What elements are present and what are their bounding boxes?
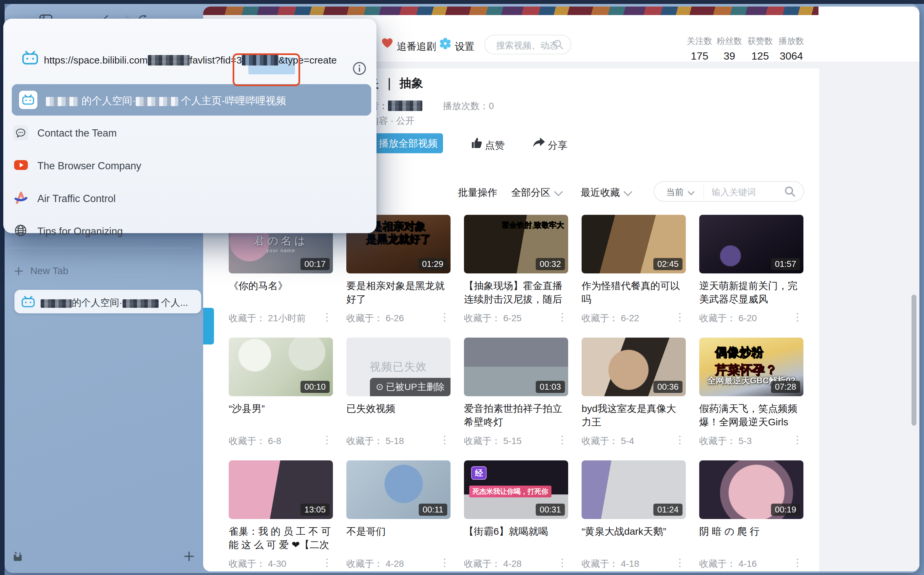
video-title[interactable]: 要是相亲对象是黑龙就好了 [346, 279, 451, 306]
nav-bangumi-link[interactable]: 追番追剧 [397, 40, 436, 53]
video-menu-icon[interactable]: ⋮ [792, 556, 803, 569]
active-tab[interactable]: 的个人空间· 个人... [14, 290, 201, 313]
video-menu-icon[interactable]: ⋮ [792, 311, 803, 323]
nav-settings-link[interactable]: 设置 [455, 40, 475, 53]
video-duration-badge: 01:24 [653, 504, 682, 516]
video-card[interactable]: 00:11 不是哥们 收藏于： 4-28 ⋮ [346, 461, 451, 572]
video-saved-date: 收藏于： 6-26 [346, 312, 404, 324]
video-saved-date: 收藏于： 4-28 [464, 558, 522, 570]
video-title[interactable]: 不是哥们 [346, 524, 451, 538]
info-icon[interactable] [352, 62, 366, 75]
video-thumbnail[interactable]: 00:19 [699, 461, 803, 519]
sort-dropdown[interactable]: 最近收藏 [581, 186, 630, 199]
video-saved-date: 收藏于： 6-20 [699, 312, 757, 324]
video-menu-icon[interactable]: ⋮ [557, 434, 567, 446]
page-scrollbar[interactable] [911, 295, 916, 426]
video-menu-icon[interactable]: ⋮ [322, 434, 332, 446]
video-card[interactable]: 偶像炒粉芹菜怀孕？全网最逆天GBC解析0207:28 假药满天飞，笑点频频爆！全… [699, 338, 803, 451]
video-card[interactable]: 02:45 作为怪猎代餐真的可以吗 收藏于： 6-22 ⋮ [581, 215, 686, 329]
video-title[interactable]: 假药满天飞，笑点频频爆！全网最逆天Girls Band Cry解析 [699, 402, 803, 429]
like-button[interactable]: 点赞 [485, 139, 505, 152]
video-title[interactable]: byd我这室友是真像大力王 [581, 402, 686, 429]
share-icon[interactable] [532, 136, 546, 149]
scope-dropdown[interactable]: 当前 [666, 186, 693, 198]
video-card[interactable]: 视频已失效⊙ 已被UP主删除 已失效视频 收藏于： 5-18 ⋮ [346, 338, 451, 451]
video-thumbnail[interactable]: 视频已失效⊙ 已被UP主删除 [346, 338, 451, 396]
video-duration-badge: 01:57 [771, 258, 800, 270]
stat-followers[interactable]: 粉丝数 39 [713, 35, 746, 62]
video-thumbnail[interactable]: 13:05 [229, 461, 333, 519]
video-card[interactable]: 00:19 阴 暗 の 爬 行 收藏于： 4-16 ⋮ [699, 461, 803, 572]
video-title[interactable]: 已失效视频 [346, 402, 451, 415]
search-icon[interactable] [784, 186, 795, 197]
video-thumbnail[interactable]: 00:10 [229, 338, 333, 396]
video-title[interactable]: 【街霸6】就喝就喝 [464, 524, 568, 538]
suggestion-contact-team[interactable]: Contact the Team [3, 124, 376, 147]
video-title[interactable]: 爱音拍素世拍祥子拍立希壁咚灯 [464, 402, 568, 429]
stat-plays[interactable]: 播放数 3064 [775, 35, 808, 62]
video-title[interactable]: 【抽象现场】霍金直播连续肘击汉尼拔，随后直播间被封 [464, 279, 568, 306]
suggestion-current-page[interactable]: 的个人空间· 个人主页-哔哩哔哩视频 [12, 84, 371, 116]
video-thumbnail[interactable]: 00:36 [581, 338, 686, 396]
video-thumbnail[interactable]: 偶像炒粉芹菜怀孕？全网最逆天GBC解析0207:28 [699, 338, 803, 396]
video-menu-icon[interactable]: ⋮ [440, 311, 450, 323]
search-icon[interactable] [553, 39, 564, 50]
play-all-button[interactable]: 播放全部视频 [374, 133, 443, 153]
suggestion-tips-organizing[interactable]: Tips for Organizing [3, 222, 376, 245]
active-tab-title: 的个人空间· 个人... [41, 296, 188, 310]
video-title[interactable]: 逆天萌新提前关门，完美武器尽显威风 [699, 279, 803, 306]
new-item-plus-icon[interactable] [184, 551, 194, 561]
share-button[interactable]: 分享 [548, 139, 567, 152]
video-menu-icon[interactable]: ⋮ [440, 434, 450, 446]
like-icon[interactable] [470, 137, 482, 149]
video-menu-icon[interactable]: ⋮ [675, 556, 685, 569]
video-thumbnail[interactable]: 01:24 [581, 461, 686, 519]
video-menu-icon[interactable]: ⋮ [675, 311, 685, 323]
archive-tray-icon[interactable] [12, 550, 24, 562]
video-duration-badge: 01:03 [536, 381, 565, 393]
video-saved-date: 收藏于： 6-25 [464, 312, 522, 324]
video-menu-icon[interactable]: ⋮ [322, 556, 332, 569]
category-dropdown[interactable]: 全部分区 [511, 186, 561, 199]
video-title[interactable]: “黄泉大战dark天鹅” [581, 524, 686, 538]
suggestion-browser-company[interactable]: The Browser Company [3, 157, 376, 180]
video-thumbnail[interactable]: 02:45 [581, 215, 686, 273]
video-card[interactable]: 霍金铁肘,致敬牢大00:32 【抽象现场】霍金直播连续肘击汉尼拔，随后直播间被封… [464, 215, 568, 329]
video-menu-icon[interactable]: ⋮ [440, 556, 450, 569]
video-menu-icon[interactable]: ⋮ [322, 311, 332, 323]
video-title[interactable]: 作为怪猎代餐真的可以吗 [581, 279, 686, 306]
batch-actions-button[interactable]: 批量操作 [458, 186, 497, 199]
video-thumbnail[interactable]: 01:57 [699, 215, 803, 273]
redacted-blur [41, 299, 72, 308]
active-folder-sliver[interactable] [203, 308, 214, 345]
video-menu-icon[interactable]: ⋮ [675, 434, 685, 446]
new-tab-button[interactable]: New Tab [14, 265, 69, 276]
video-title[interactable]: 《你的马名》 [229, 279, 333, 292]
stat-likes[interactable]: 获赞数 125 [744, 35, 777, 62]
video-card[interactable]: 00:10 “沙县男” 收藏于： 6-8 ⋮ [229, 338, 333, 451]
settings-gear-icon [440, 38, 451, 49]
video-title[interactable]: 雀巢：我 的 员 工 不 可 能 这 么 可 爱 ❤【二次元爆改 [229, 524, 333, 551]
arc-command-bar: https://space.bilibili.comfavlist?fid=3&… [3, 19, 376, 233]
keyword-search[interactable]: 当前 输入关键词 [654, 181, 804, 202]
video-card[interactable]: 13:05 雀巢：我 的 员 工 不 可 能 这 么 可 爱 ❤【二次元爆改 收… [229, 461, 333, 572]
video-thumbnail[interactable]: 00:11 [346, 461, 451, 519]
video-menu-icon[interactable]: ⋮ [557, 311, 567, 323]
video-thumbnail[interactable]: 01:03 [464, 338, 568, 396]
keyword-placeholder: 输入关键词 [712, 186, 756, 198]
video-title[interactable]: “沙县男” [229, 402, 333, 415]
bangumi-heart-icon [382, 38, 393, 48]
site-search-input[interactable]: 搜索视频、动态 [484, 35, 572, 54]
video-thumbnail[interactable]: 经死杰米我让你喝，打死你00:31 [464, 461, 568, 519]
video-menu-icon[interactable]: ⋮ [792, 434, 803, 446]
stat-following[interactable]: 关注数 175 [683, 35, 716, 62]
suggestion-air-traffic-control[interactable]: Air Traffic Control [3, 190, 376, 213]
video-thumbnail[interactable]: 霍金铁肘,致敬牢大00:32 [464, 215, 568, 273]
video-card[interactable]: 01:57 逆天萌新提前关门，完美武器尽显威风 收藏于： 6-20 ⋮ [699, 215, 803, 329]
video-card[interactable]: 01:24 “黄泉大战dark天鹅” 收藏于： 4-18 ⋮ [581, 461, 686, 572]
video-card[interactable]: 01:03 爱音拍素世拍祥子拍立希壁咚灯 收藏于： 5-15 ⋮ [464, 338, 568, 451]
video-card[interactable]: 经死杰米我让你喝，打死你00:31 【街霸6】就喝就喝 收藏于： 4-28 ⋮ [464, 461, 568, 572]
video-card[interactable]: 00:36 byd我这室友是真像大力王 收藏于： 5-4 ⋮ [581, 338, 686, 451]
video-title[interactable]: 阴 暗 の 爬 行 [699, 524, 803, 538]
video-menu-icon[interactable]: ⋮ [557, 556, 567, 569]
